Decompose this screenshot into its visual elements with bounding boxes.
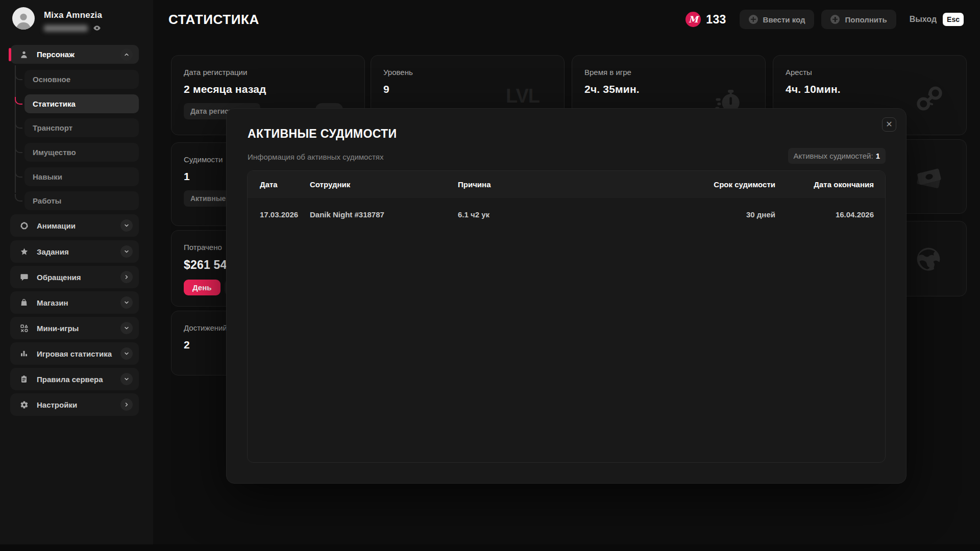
sidebar-item-appeals[interactable]: Обращения: [10, 266, 139, 288]
user-profile: Mixa Amnezia: [12, 7, 102, 32]
top-bar: СТАТИСТИКА M 133 Ввести код Пополнить Вы…: [153, 0, 980, 39]
sidebar: Mixa Amnezia Пе: [0, 0, 153, 551]
col-header-reason: Причина: [458, 180, 699, 189]
badge-value: 1: [876, 152, 880, 160]
sidebar-subitem-statistics[interactable]: Статистика: [24, 94, 139, 113]
modal-title: АКТИВНЫЕ СУДИМОСТИ: [248, 127, 397, 141]
plus-icon: [830, 15, 840, 24]
app-root: Mixa Amnezia Пе: [0, 0, 980, 551]
sidebar-subitem-jobs[interactable]: Работы: [24, 191, 139, 210]
spinner-icon: [18, 221, 30, 230]
cell-officer: Danik Night #318787: [310, 210, 458, 219]
gear-icon: [18, 400, 30, 409]
enter-code-button[interactable]: Ввести код: [740, 10, 815, 29]
sidebar-item-game-statistics[interactable]: Игровая статистика: [10, 342, 139, 365]
chevron-right-icon: [120, 398, 133, 411]
cell-reason: 6.1 ч2 ук: [458, 210, 699, 219]
page-title: СТАТИСТИКА: [168, 12, 259, 28]
currency-balance: M 133: [685, 12, 726, 27]
cell-end-date: 16.04.2026: [775, 210, 874, 219]
sidebar-item-minigames[interactable]: Мини-игры: [10, 317, 139, 339]
chevron-down-icon: [120, 245, 133, 258]
sidebar-subitem-property[interactable]: Имущество: [24, 143, 139, 162]
table-row: 17.03.2026 Danik Night #318787 6.1 ч2 ук…: [248, 198, 885, 231]
cell-term: 30 дней: [699, 210, 775, 219]
modal-subtitle: Информация об активных судимостях: [248, 153, 383, 161]
currency-value: 133: [706, 13, 726, 27]
rules-document-icon: [18, 375, 30, 383]
sidebar-subitem-transport[interactable]: Транспорт: [24, 118, 139, 137]
user-name: Mixa Amnezia: [44, 10, 102, 20]
bar-chart-icon: [18, 349, 30, 358]
sidebar-subitem-skills[interactable]: Навыки: [24, 167, 139, 186]
chevron-down-icon: [120, 296, 133, 309]
sidebar-item-server-rules[interactable]: Правила сервера: [10, 368, 139, 390]
topup-button[interactable]: Пополнить: [821, 10, 896, 29]
sidebar-item-shop[interactable]: Магазин: [10, 291, 139, 314]
col-header-term: Срок судимости: [699, 180, 775, 189]
plus-icon: [749, 15, 758, 24]
chevron-down-icon: [120, 322, 133, 334]
chevron-down-icon: [120, 219, 133, 232]
screen-bottom-edge: [0, 544, 980, 551]
convictions-count-badge: Активных судимостей:1: [788, 148, 886, 164]
money-icon: [914, 162, 944, 192]
active-accent-bar: [9, 48, 11, 61]
eye-icon[interactable]: [93, 24, 101, 32]
avatar: [12, 7, 35, 30]
convictions-table: Дата Сотрудник Причина Срок судимости Да…: [247, 170, 886, 463]
close-icon[interactable]: ✕: [882, 117, 896, 132]
period-day-button[interactable]: День: [184, 280, 220, 295]
chevron-down-icon: [120, 373, 133, 385]
chevron-up-icon: [120, 48, 133, 61]
chat-bubble-icon: [18, 273, 30, 282]
handcuffs-icon: [915, 84, 944, 113]
chevron-right-icon: [120, 271, 133, 283]
sidebar-item-label: Персонаж: [37, 50, 120, 59]
main-content: MMMMMMMMMMMMMMMMMMMMMMMMMMMMMMMMMMMMMMMM…: [153, 0, 980, 551]
coin-icon: M: [685, 12, 701, 27]
person-icon: [18, 51, 30, 59]
col-header-end-date: Дата окончания: [775, 180, 874, 189]
lvl-watermark: LVL: [506, 85, 540, 107]
exit-button[interactable]: Выход Esc: [910, 13, 964, 26]
sidebar-item-character[interactable]: Персонаж: [10, 45, 139, 64]
sidebar-subitem-main[interactable]: Основное: [24, 70, 139, 89]
sidebar-item-animations[interactable]: Анимации: [10, 214, 139, 237]
active-tree-elbow: [15, 97, 22, 105]
minigames-icon: [18, 324, 30, 333]
chevron-down-icon: [120, 347, 133, 360]
col-header-officer: Сотрудник: [310, 180, 458, 189]
cell-date: 17.03.2026: [260, 210, 310, 219]
user-id-blurred: [44, 25, 88, 32]
globe-icon: [914, 245, 943, 273]
shopping-bag-icon: [18, 298, 30, 307]
sidebar-item-settings[interactable]: Настройки: [10, 393, 139, 416]
person-silhouette-icon: [14, 10, 33, 30]
active-convictions-modal: ✕ АКТИВНЫЕ СУДИМОСТИ Информация об актив…: [226, 108, 906, 484]
sidebar-item-tasks[interactable]: Задания: [10, 240, 139, 263]
esc-key-badge: Esc: [943, 13, 964, 26]
star-icon: [18, 247, 30, 256]
col-header-date: Дата: [260, 180, 310, 189]
table-header-row: Дата Сотрудник Причина Срок судимости Да…: [248, 171, 885, 198]
